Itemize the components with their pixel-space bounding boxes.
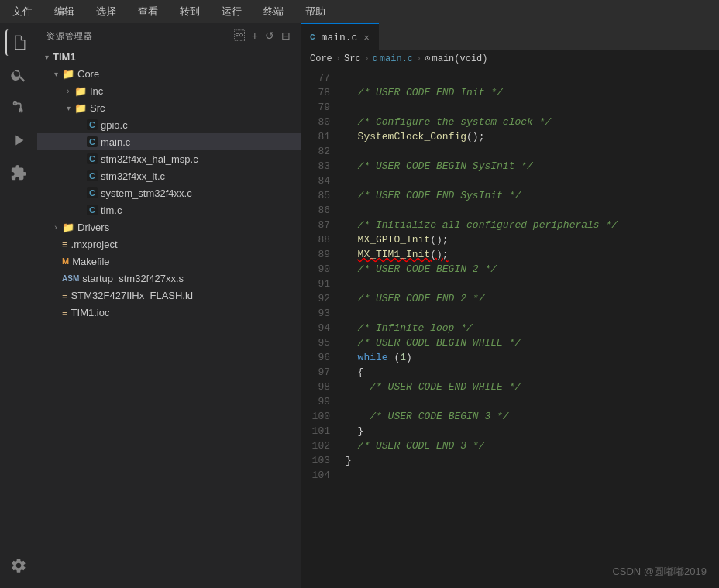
code-line-97: {: [346, 365, 719, 380]
menu-run[interactable]: 运行: [217, 3, 246, 20]
code-line-83: /* USER CODE BEGIN SysInit */: [346, 159, 719, 174]
new-folder-icon[interactable]: +: [252, 29, 259, 42]
collapse-icon[interactable]: ⊟: [281, 29, 291, 42]
expand-arrow-core: ▾: [50, 70, 62, 78]
breadcrumb-sep-1: ›: [335, 53, 341, 64]
source-control-icon[interactable]: [5, 95, 32, 121]
expand-arrow-src: ▾: [62, 104, 74, 112]
line-numbers: 77 78 79 80 81 82 83 84 85 86 87 88 89 9…: [301, 67, 339, 588]
tree-item-makefile[interactable]: M Makefile: [37, 253, 301, 270]
code-line-81: SystemClock_Config();: [346, 129, 719, 144]
breadcrumb: Core › Src › Cmain.c › ⊙main(void): [301, 50, 719, 67]
code-line-84: [346, 174, 719, 188]
extensions-icon[interactable]: [5, 160, 32, 186]
inc-folder-icon: 📁: [74, 85, 87, 97]
code-line-90: /* USER CODE BEGIN 2 */: [346, 262, 719, 277]
tree-item-core[interactable]: ▾ 📁 Core: [37, 65, 301, 82]
menu-goto[interactable]: 转到: [175, 3, 205, 20]
refresh-icon[interactable]: ↺: [265, 29, 275, 42]
code-line-91: [346, 277, 719, 291]
menu-select[interactable]: 选择: [91, 3, 121, 20]
tree-item-system[interactable]: C system_stm32f4xx.c: [37, 184, 301, 201]
sidebar-header-actions:  + ↺ ⊟: [234, 29, 291, 42]
sidebar-header: 资源管理器  + ↺ ⊟: [37, 23, 301, 48]
code-line-93: [346, 306, 719, 321]
tree-item-it[interactable]: C stm32f4xx_it.c: [37, 167, 301, 184]
editor-area: C main.c ✕ Core › Src › Cmain.c › ⊙main(…: [301, 23, 719, 588]
code-line-102: /* USER CODE END 3 */: [346, 438, 719, 453]
drivers-folder-icon: 📁: [62, 222, 74, 233]
tab-label: main.c: [322, 32, 358, 43]
settings-icon[interactable]: [5, 552, 32, 579]
makefile-icon: M: [62, 256, 69, 266]
code-line-78: /* USER CODE END Init */: [346, 85, 719, 100]
tree-item-tim[interactable]: C tim.c: [37, 201, 301, 218]
tree-item-tim1[interactable]: ▾ TIM1: [37, 48, 301, 65]
tree-item-mxproject[interactable]: ≡ .mxproject: [37, 236, 301, 253]
code-line-103: }: [346, 453, 719, 468]
watermark: CSDN @圆嘟嘟2019: [612, 565, 707, 579]
search-icon[interactable]: [5, 62, 32, 88]
run-icon[interactable]: [5, 127, 32, 153]
menu-help[interactable]: 帮助: [301, 3, 330, 20]
code-line-99: [346, 394, 719, 409]
code-line-87: /* Initialize all configured peripherals…: [346, 218, 719, 232]
menu-bar: 文件 编辑 选择 查看 转到 运行 终端 帮助: [0, 0, 719, 23]
code-line-100: /* USER CODE BEGIN 3 */: [346, 409, 719, 424]
breadcrumb-main-c[interactable]: Cmain.c: [373, 53, 413, 64]
asm-icon: ASM: [62, 274, 79, 283]
menu-file[interactable]: 文件: [8, 3, 37, 20]
tab-main-c[interactable]: C main.c ✕: [301, 23, 379, 50]
tree-item-hal-msp[interactable]: C stm32f4xx_hal_msp.c: [37, 150, 301, 167]
tab-bar: C main.c ✕: [301, 23, 719, 50]
menu-view[interactable]: 查看: [133, 3, 163, 20]
code-line-88: MX_GPIO_Init();: [346, 232, 719, 247]
tab-close-button[interactable]: ✕: [363, 32, 369, 43]
system-c-icon: C: [87, 187, 98, 198]
it-c-icon: C: [87, 170, 98, 181]
code-content[interactable]: /* USER CODE END Init */ /* Configure th…: [339, 67, 719, 588]
breadcrumb-sep-3: ›: [416, 53, 421, 64]
ld-icon: ≡: [62, 290, 68, 301]
tree-item-main[interactable]: C main.c: [37, 133, 301, 150]
hal-msp-c-icon: C: [87, 153, 98, 164]
mxproject-icon: ≡: [62, 239, 68, 250]
main-layout: 资源管理器  + ↺ ⊟ ▾ TIM1 ▾ 📁 Core: [0, 23, 719, 588]
code-line-79: [346, 100, 719, 115]
code-line-85: /* USER CODE END SysInit */: [346, 188, 719, 203]
tree-item-drivers[interactable]: › 📁 Drivers: [37, 218, 301, 236]
code-line-82: [346, 144, 719, 159]
file-tree: ▾ TIM1 ▾ 📁 Core › 📁 Inc ▾ 📁: [37, 48, 301, 588]
tree-item-src[interactable]: ▾ 📁 Src: [37, 99, 301, 116]
tree-item-startup[interactable]: ASM startup_stm32f427xx.s: [37, 270, 301, 287]
menu-edit[interactable]: 编辑: [50, 3, 79, 20]
sidebar-title: 资源管理器: [46, 30, 93, 42]
src-folder-icon: 📁: [74, 102, 87, 114]
tree-item-inc[interactable]: › 📁 Inc: [37, 82, 301, 99]
menu-terminal[interactable]: 终端: [259, 3, 288, 20]
tree-item-flash-ld[interactable]: ≡ STM32F427IIHx_FLASH.ld: [37, 287, 301, 304]
code-line-95: /* USER CODE BEGIN WHILE */: [346, 335, 719, 350]
code-line-101: }: [346, 424, 719, 438]
breadcrumb-core[interactable]: Core: [310, 53, 332, 64]
gpio-c-icon: C: [87, 119, 98, 130]
code-line-98: /* USER CODE END WHILE */: [346, 380, 719, 394]
expand-arrow-inc: ›: [62, 87, 74, 95]
code-line-96: while (1): [346, 350, 719, 365]
explorer-icon[interactable]: [5, 29, 32, 56]
breadcrumb-src[interactable]: Src: [344, 53, 361, 64]
code-editor[interactable]: 77 78 79 80 81 82 83 84 85 86 87 88 89 9…: [301, 67, 719, 588]
breadcrumb-sep-2: ›: [364, 53, 370, 64]
tree-item-ioc[interactable]: ≡ TIM1.ioc: [37, 304, 301, 321]
sidebar: 资源管理器  + ↺ ⊟ ▾ TIM1 ▾ 📁 Core: [37, 23, 301, 588]
code-line-94: /* Infinite loop */: [346, 321, 719, 335]
code-line-89: MX_TIM1_Init();: [346, 247, 719, 262]
code-line-92: /* USER CODE END 2 */: [346, 291, 719, 306]
tree-item-gpio[interactable]: C gpio.c: [37, 116, 301, 133]
new-file-icon[interactable]: : [234, 29, 246, 42]
tab-c-icon: C: [310, 33, 315, 42]
core-folder-icon: 📁: [62, 68, 74, 80]
expand-arrow-drivers: ›: [50, 223, 62, 232]
breadcrumb-function[interactable]: ⊙main(void): [425, 53, 487, 64]
main-c-icon: C: [87, 136, 98, 147]
